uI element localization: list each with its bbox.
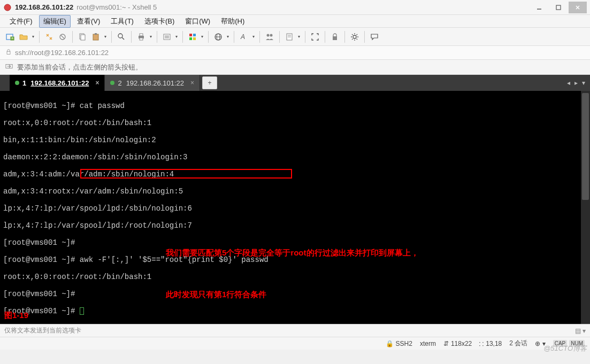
toolbar: + ▾ ▾ ▾ ▾ ▾ ▾ A ▾ ▾ [0,28,590,46]
svg-rect-18 [140,38,143,40]
term-line: adm,x:3:4:adm:/var/adm:/sbin/nologin:4 [3,170,578,179]
term-line: bin,x:1:1:bin:/bin:/sbin/nologin:2 [3,136,578,144]
open-dropdown-icon[interactable]: ▾ [31,34,35,39]
svg-line-42 [352,34,353,35]
status-dot-icon [15,81,19,85]
status-bar: 🔒SSH2 xterm ⇵118x22 ⸬13,18 2 会话 ⊕ ▾ CAPN… [0,337,590,350]
tab-2[interactable]: 2 192.168.26.101:22 × [105,75,200,91]
color-dropdown-icon[interactable]: ▾ [200,34,204,39]
title-bar: 192.168.26.101:22 root@vms001:~ - Xshell… [0,0,590,15]
open-folder-icon[interactable] [18,31,29,43]
svg-point-31 [267,34,270,36]
close-button[interactable] [569,2,587,13]
script-dropdown-icon[interactable]: ▾ [297,34,301,39]
print-dropdown-icon[interactable]: ▾ [149,34,153,39]
status-sessions: 2 会话 [509,339,527,348]
tab-list-icon[interactable]: ▾ [580,79,587,87]
chat-icon[interactable] [369,31,380,43]
menu-edit[interactable]: 编辑(E) [39,15,71,28]
fullscreen-icon[interactable] [309,31,321,43]
term-line: [root@vms001 ~]# cat passwd [3,102,578,110]
properties-icon[interactable] [161,31,173,43]
svg-rect-23 [189,34,192,36]
svg-line-9 [61,35,64,38]
tab-1-close-icon[interactable]: × [95,79,99,87]
menu-view[interactable]: 查看(V) [73,15,104,28]
terminal-scrollbar[interactable] [581,91,590,324]
tab-1[interactable]: 1 192.168.26.101:22 × [10,75,105,91]
svg-rect-26 [193,37,196,40]
num-indicator: NUM [569,340,585,347]
print-icon[interactable] [135,31,147,43]
term-line: lp:x,4:7:lp:/var/spool/lpd:/sbin/nologin… [3,204,578,213]
send-bar-text: 仅将文本发送到当前选项卡 [4,326,81,335]
reconnect-icon[interactable] [43,31,55,43]
paste-dropdown-icon[interactable]: ▾ [103,34,108,39]
script-icon[interactable] [283,31,295,43]
menu-tools[interactable]: 工具(T) [106,15,138,28]
lock-icon[interactable] [329,31,341,43]
info-bar: 要添加当前会话，点击左侧的箭头按钮。 [0,60,590,75]
svg-line-45 [357,34,358,35]
term-line: adm,x:3:4:rootx:/var/adm:/sbin/nologin:5 [3,187,578,196]
address-bar: ssh://root@192.168.26.101:22 [0,46,590,60]
search-icon[interactable] [116,31,127,43]
status-ssh: 🔒SSH2 [386,340,412,347]
maximize-button[interactable] [549,2,568,13]
new-session-icon[interactable]: + [4,31,16,43]
svg-rect-11 [81,35,85,40]
scrollbar-thumb[interactable] [582,93,589,200]
tab-next-icon[interactable]: ▸ [573,79,579,87]
annotation-text: 我们需要匹配第5个字段是完全等于root的行过滤出来并打印到屏幕上， 此时发现只… [166,218,419,324]
gear-icon[interactable] [349,31,361,43]
svg-rect-24 [193,34,196,36]
tab-2-num: 2 [118,79,121,87]
tab-2-close-icon[interactable]: × [190,79,194,87]
menu-window[interactable]: 窗口(W) [181,15,214,28]
caps-indicator: CAP [553,340,568,347]
menu-tabs[interactable]: 选项卡(B) [140,15,179,28]
copy-icon[interactable] [76,31,88,43]
users-icon[interactable] [264,31,275,43]
figure-label: 图1-19 [4,311,28,320]
svg-rect-2 [556,5,561,10]
svg-rect-25 [189,37,192,40]
title-ip: 192.168.26.101:22 [15,3,73,11]
info-text: 要添加当前会话，点击左侧的箭头按钮。 [17,63,142,72]
send-bar-dropdown-icon[interactable]: ▤ ▾ [575,327,586,335]
info-arrow-icon[interactable] [5,63,13,72]
globe-icon[interactable] [212,31,224,43]
svg-line-44 [352,38,353,40]
add-tab-button[interactable]: + [202,76,217,89]
svg-text:+: + [11,36,13,40]
svg-rect-12 [93,34,98,40]
menu-bar: 文件(F) 编辑(E) 查看(V) 工具(T) 选项卡(B) 窗口(W) 帮助(… [0,15,590,28]
terminal[interactable]: [root@vms001 ~]# cat passwd root:x,0:0:r… [0,91,581,324]
minimize-button[interactable] [530,2,548,13]
tab-prev-icon[interactable]: ◂ [565,79,572,87]
disconnect-icon[interactable] [57,31,68,43]
status-dot-icon [110,81,114,85]
color-scheme-icon[interactable] [187,31,198,43]
tab-2-label: 192.168.26.101:22 [126,79,184,87]
term-line: root:x,0:0:root:/root:/bin/bash:1 [3,119,578,127]
tab-strip: 1 192.168.26.101:22 × 2 192.168.26.101:2… [0,75,590,91]
paste-icon[interactable] [90,31,102,43]
properties-dropdown-icon[interactable]: ▾ [174,34,179,39]
status-extra[interactable]: ⊕ ▾ [535,340,545,347]
address-url[interactable]: ssh://root@192.168.26.101:22 [15,49,109,57]
svg-rect-36 [333,36,337,40]
font-icon[interactable]: A [238,31,250,43]
menu-file[interactable]: 文件(F) [5,15,37,28]
svg-rect-46 [7,51,10,54]
menu-help[interactable]: 帮助(H) [217,15,249,28]
globe-dropdown-icon[interactable]: ▾ [226,34,230,39]
send-bar[interactable]: 仅将文本发送到当前选项卡 ▤ ▾ [0,324,590,337]
terminal-area: [root@vms001 ~]# cat passwd root:x,0:0:r… [0,91,590,324]
tab-nav: ◂ ▸ ▾ [565,75,590,91]
status-pos: ⸬13,18 [479,340,502,347]
lock-small-icon [5,49,12,57]
svg-text:A: A [240,33,245,41]
font-dropdown-icon[interactable]: ▾ [251,34,256,39]
svg-point-14 [118,34,122,38]
